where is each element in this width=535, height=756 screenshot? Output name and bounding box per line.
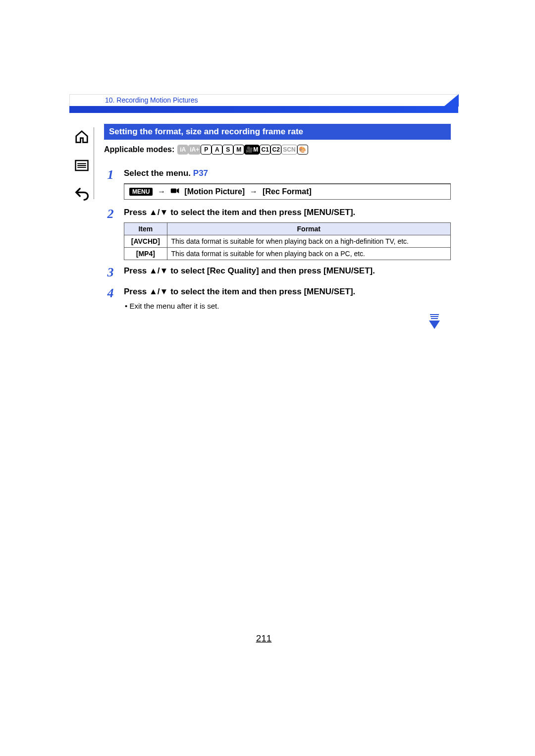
modes-label: Applicable modes: xyxy=(104,145,174,154)
mode-badge: M xyxy=(233,145,244,155)
step-title: Select the menu. P37 xyxy=(124,168,451,178)
content-area: Setting the format, size and recording f… xyxy=(104,124,451,310)
page-ref-link[interactable]: P37 xyxy=(193,168,208,178)
step-number: 2 xyxy=(104,208,117,220)
step-4: 4 Press ▲/▼ to select the item and then … xyxy=(104,287,451,310)
mode-badge: P xyxy=(201,145,212,155)
step-number: 1 xyxy=(104,168,117,181)
motion-picture-icon xyxy=(170,187,179,196)
step-title: Press ▲/▼ to select the item and then pr… xyxy=(124,208,451,217)
svg-marker-9 xyxy=(429,321,440,329)
back-icon[interactable] xyxy=(74,187,89,204)
step-title: Press ▲/▼ to select [Rec Quality] and th… xyxy=(124,266,451,276)
page-container: 10. Recording Motion Pictures Setting th… xyxy=(69,94,458,316)
step-number: 3 xyxy=(104,266,117,279)
page-number: 211 xyxy=(69,633,458,644)
mode-badge: SCN xyxy=(281,145,297,155)
menu-path: MENU → [Motion Picture] → [Rec Format] xyxy=(124,183,451,200)
chapter-header: 10. Recording Motion Pictures xyxy=(69,94,458,113)
step-title: Press ▲/▼ to select the item and then pr… xyxy=(124,287,451,297)
applicable-modes: Applicable modes: iAiA+PASM🎥MC1C2SCN🎨 xyxy=(104,145,451,155)
sidebar-nav xyxy=(69,127,94,199)
mode-badge: 🎨 xyxy=(297,145,308,155)
step-note: • Exit the menu after it is set. xyxy=(125,302,451,310)
menu-button-label: MENU xyxy=(129,188,153,196)
table-row: [MP4] This data format is suitable for w… xyxy=(124,248,451,260)
mode-badge: iA xyxy=(177,145,188,155)
mode-badge: C1 xyxy=(260,145,270,155)
mode-badge: C2 xyxy=(270,145,281,155)
menu-list-icon[interactable] xyxy=(74,158,89,175)
mode-badge: iA+ xyxy=(188,145,201,155)
home-icon[interactable] xyxy=(74,129,89,146)
continue-arrow-icon[interactable] xyxy=(427,313,442,332)
step-number: 4 xyxy=(104,287,117,300)
mode-badge: A xyxy=(212,145,222,155)
table-row: [AVCHD] This data format is suitable for… xyxy=(124,235,451,248)
format-table: Item Format [AVCHD] This data format is … xyxy=(124,222,451,260)
section-title: Setting the format, size and recording f… xyxy=(104,124,451,140)
mode-badge: S xyxy=(222,145,233,155)
step-1: 1 Select the menu. P37 MENU → [Motion Pi… xyxy=(104,168,451,202)
svg-marker-1 xyxy=(177,188,179,194)
table-header-format: Format xyxy=(167,223,450,235)
table-header-item: Item xyxy=(124,223,167,235)
breadcrumb[interactable]: 10. Recording Motion Pictures xyxy=(105,96,198,104)
step-3: 3 Press ▲/▼ to select [Rec Quality] and … xyxy=(104,266,451,281)
step-2: 2 Press ▲/▼ to select the item and then … xyxy=(104,208,451,260)
mode-badge: 🎥M xyxy=(244,145,260,155)
svg-rect-0 xyxy=(171,189,176,193)
